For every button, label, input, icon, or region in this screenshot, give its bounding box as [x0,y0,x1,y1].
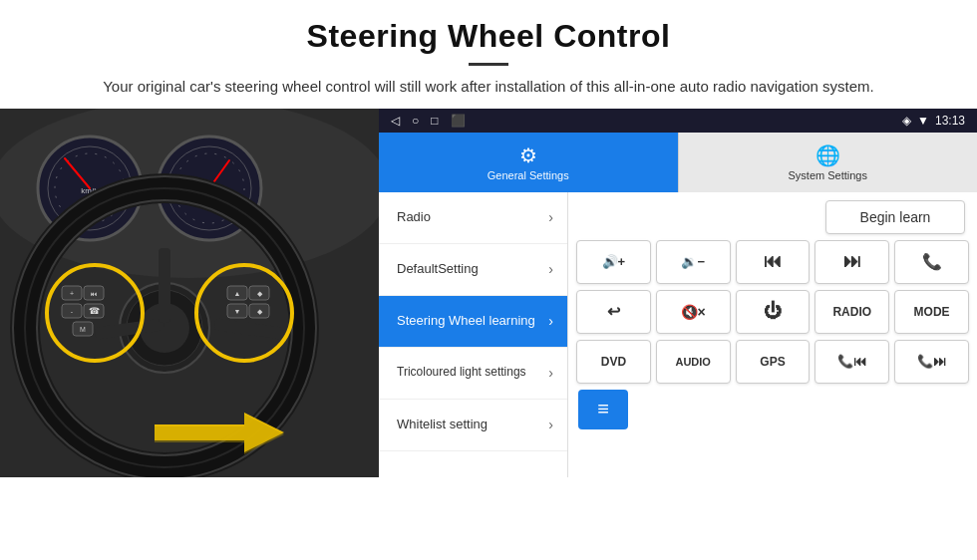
radio-label: RADIO [832,305,871,319]
seek-fwd-button[interactable]: 📞⏭ [894,340,969,384]
whitelist-icon-button[interactable]: ≡ [578,390,628,429]
svg-text:M: M [80,326,86,333]
tab-system[interactable]: 🌐 System Settings [678,133,978,192]
home-nav-icon[interactable]: ○ [412,114,419,128]
audio-label: AUDIO [675,356,710,368]
whitelist-row: ≡ [576,390,969,429]
title-divider [469,63,508,66]
tab-general[interactable]: ⚙ General Settings [379,133,678,192]
menu-item-steering[interactable]: Steering Wheel learning › [379,296,567,348]
svg-text:+: + [70,290,74,297]
vol-up-icon: 🔊+ [602,254,626,269]
control-row-3: DVD AUDIO GPS 📞⏮ 📞⏭ [576,340,969,384]
chevron-icon: › [548,261,553,277]
svg-text:▼: ▼ [234,308,241,315]
mode-button[interactable]: MODE [894,290,969,334]
status-bar-nav: ◁ ○ □ ⬛ [391,114,466,128]
general-settings-icon: ⚙ [519,143,537,167]
back-nav-icon[interactable]: ◁ [391,114,400,128]
system-settings-icon: 🌐 [815,143,840,167]
dvd-button[interactable]: DVD [576,340,651,384]
apps-nav-icon[interactable]: ⬛ [451,114,466,128]
dvd-label: DVD [601,355,626,369]
begin-learn-row: Begin learn [576,200,969,234]
chevron-icon: › [548,365,553,381]
begin-learn-button[interactable]: Begin learn [825,200,965,234]
vol-up-button[interactable]: 🔊+ [576,240,651,284]
svg-rect-20 [159,248,170,323]
content-area: km/h RPM [0,109,977,477]
next-track-icon: ⏭ [843,251,861,272]
chevron-icon: › [548,313,553,329]
wifi-icon: ▼ [917,114,929,128]
status-bar: ◁ ○ □ ⬛ ◈ ▼ 13:13 [379,109,977,133]
seek-fwd-icon: 📞⏭ [917,354,946,369]
car-image-area: km/h RPM [0,109,379,477]
menu-item-default-label: DefaultSetting [397,261,548,278]
next-track-button[interactable]: ⏭ [814,240,889,284]
hang-up-button[interactable]: ↩ [576,290,651,334]
controls-panel: Begin learn 🔊+ 🔉− ⏮ ⏭ [568,192,977,477]
radio-button[interactable]: RADIO [814,290,889,334]
phone-icon: 📞 [922,252,942,271]
recents-nav-icon[interactable]: □ [431,114,438,128]
tab-system-label: System Settings [789,169,867,181]
clock: 13:13 [935,114,965,128]
menu-item-whitelist-label: Whitelist setting [397,417,548,433]
menu-item-whitelist[interactable]: Whitelist setting › [379,400,567,451]
control-row-1: 🔊+ 🔉− ⏮ ⏭ 📞 [576,240,969,284]
audio-button[interactable]: AUDIO [656,340,731,384]
whitelist-icon: ≡ [597,398,609,420]
menu-item-tricoloured-label: Tricoloured light settings [397,365,548,381]
gps-label: GPS [760,355,785,369]
settings-main: Radio › DefaultSetting › Steering Wheel … [379,192,977,477]
chevron-icon: › [548,209,553,225]
power-icon: ⏻ [764,301,782,322]
menu-item-radio-label: Radio [397,209,548,226]
tab-general-label: General Settings [488,169,569,181]
menu-item-radio[interactable]: Radio › [379,192,567,244]
prev-track-icon: ⏮ [764,251,782,272]
settings-menu: Radio › DefaultSetting › Steering Wheel … [379,192,568,477]
power-button[interactable]: ⏻ [736,290,811,334]
vol-down-icon: 🔉− [681,254,705,269]
gps-button[interactable]: GPS [736,340,811,384]
phone-button[interactable]: 📞 [894,240,969,284]
svg-text:☎: ☎ [89,306,100,316]
svg-text:⏮: ⏮ [91,291,97,297]
settings-tabs: ⚙ General Settings 🌐 System Settings [379,133,977,192]
prev-track-button[interactable]: ⏮ [736,240,811,284]
page-header: Steering Wheel Control Your original car… [0,0,977,109]
seek-back-icon: 📞⏮ [837,354,866,369]
mute-button[interactable]: 🔇× [656,290,731,334]
status-bar-right: ◈ ▼ 13:13 [902,114,965,128]
menu-item-tricoloured[interactable]: Tricoloured light settings › [379,348,567,400]
location-icon: ◈ [902,114,911,128]
hang-up-icon: ↩ [607,302,620,321]
vol-down-button[interactable]: 🔉− [656,240,731,284]
mute-icon: 🔇× [681,304,706,320]
page-subtitle: Your original car's steering wheel contr… [40,76,937,99]
control-row-2: ↩ 🔇× ⏻ RADIO MODE [576,290,969,334]
menu-item-steering-label: Steering Wheel learning [397,313,548,330]
seek-back-button[interactable]: 📞⏮ [814,340,889,384]
mode-label: MODE [914,305,950,319]
svg-text:▲: ▲ [234,290,241,297]
menu-item-default[interactable]: DefaultSetting › [379,244,567,296]
android-ui: ◁ ○ □ ⬛ ◈ ▼ 13:13 ⚙ General Settings 🌐 S… [379,109,977,477]
page-title: Steering Wheel Control [40,18,937,55]
chevron-icon: › [548,417,553,432]
